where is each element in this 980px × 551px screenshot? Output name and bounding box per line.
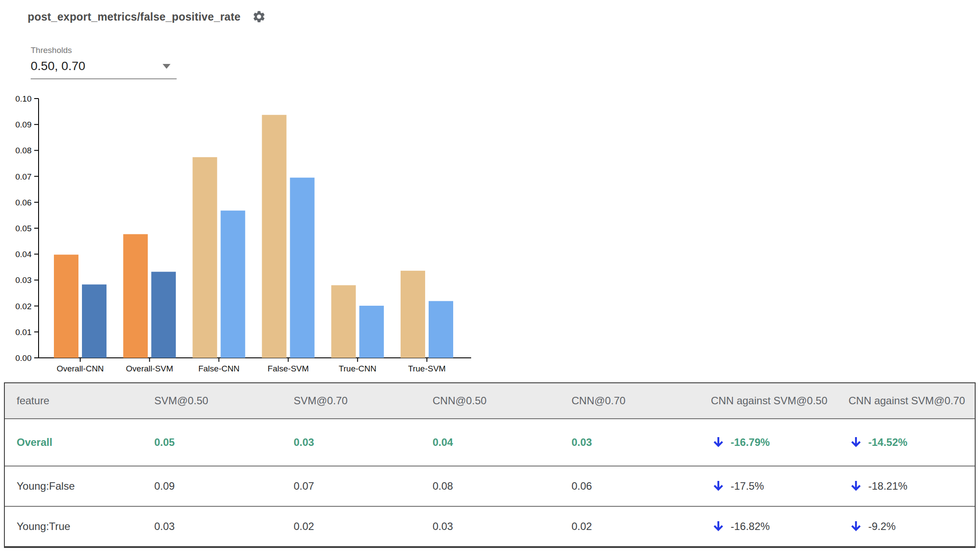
bar-chart: 0.000.010.020.030.040.050.060.070.080.09…: [0, 66, 491, 381]
settings-gear-icon[interactable]: [252, 10, 266, 24]
cnn-0.50-cell: 0.08: [433, 480, 572, 492]
y-axis-label: 0.01: [15, 328, 32, 337]
bar-False-SVM-threshold@0.70[interactable]: [290, 178, 315, 358]
bar-Overall-SVM-threshold@0.50[interactable]: [123, 234, 148, 358]
cnn-against-svm-0.50-cell: -17.5%: [711, 479, 849, 494]
trend-value: -18.21%: [868, 480, 907, 492]
trend-value: -17.5%: [731, 480, 764, 492]
column-header-cnn-against-svm-0-50: CNN against SVM@0.50: [711, 395, 849, 407]
cnn-0.50-cell: 0.04: [433, 436, 572, 449]
column-header-svm-0-70: SVM@0.70: [294, 395, 433, 407]
panel-header: post_export_metrics/false_positive_rate: [28, 10, 266, 24]
table-row-overall[interactable]: Overall0.050.030.040.03-16.79%-14.52%: [5, 418, 975, 466]
bar-True-CNN-threshold@0.70[interactable]: [359, 306, 384, 358]
metric-title: post_export_metrics/false_positive_rate: [28, 11, 241, 23]
thresholds-label: Thresholds: [31, 46, 177, 55]
svm-0.70-cell: 0.07: [294, 480, 433, 492]
table-body: Overall0.050.030.040.03-16.79%-14.52%You…: [5, 418, 975, 546]
bar-True-SVM-threshold@0.50[interactable]: [401, 271, 425, 358]
column-header-cnn-0-70: CNN@0.70: [572, 395, 711, 407]
cnn-0.70-cell: 0.06: [572, 480, 711, 492]
bar-True-CNN-threshold@0.50[interactable]: [331, 285, 356, 358]
y-axis-label: 0.02: [15, 302, 32, 311]
arrow-down-icon: [711, 479, 726, 494]
bar-Overall-CNN-threshold@0.50[interactable]: [54, 254, 78, 358]
y-axis-label: 0.05: [15, 224, 32, 233]
table-row-young-true[interactable]: Young:True0.030.020.030.02-16.82%-9.2%: [5, 506, 975, 546]
fairness-metrics-panel: post_export_metrics/false_positive_rate …: [0, 0, 980, 551]
bar-Overall-CNN-threshold@0.70[interactable]: [82, 284, 107, 358]
arrow-down-icon: [711, 519, 726, 534]
svm-0.50-cell: 0.03: [154, 520, 294, 533]
x-axis-label: False-CNN: [198, 364, 239, 373]
svm-0.50-cell: 0.05: [154, 436, 294, 449]
bar-Overall-SVM-threshold@0.70[interactable]: [151, 272, 176, 358]
trend-value: -16.82%: [731, 520, 770, 533]
cnn-against-svm-0.50-cell: -16.79%: [711, 435, 849, 450]
bar-False-CNN-threshold@0.70[interactable]: [220, 211, 245, 358]
table-header-row: featureSVM@0.50SVM@0.70CNN@0.50CNN@0.70C…: [5, 383, 975, 418]
arrow-down-icon: [849, 479, 863, 494]
column-header-feature: feature: [5, 395, 154, 407]
column-header-cnn-0-50: CNN@0.50: [433, 395, 572, 407]
feature-cell: Young:True: [5, 520, 154, 533]
y-axis-label: 0.03: [15, 276, 32, 285]
y-axis-label: 0.06: [15, 198, 32, 207]
y-axis-label: 0.07: [15, 172, 32, 181]
svm-0.50-cell: 0.09: [154, 480, 294, 492]
y-axis-label: 0.00: [15, 353, 32, 363]
trend-value: -16.79%: [731, 436, 770, 449]
arrow-down-icon: [849, 435, 863, 450]
y-axis-label: 0.09: [15, 120, 32, 129]
arrow-down-icon: [711, 435, 726, 450]
cnn-against-svm-0.70-cell: -18.21%: [849, 479, 975, 494]
bar-False-SVM-threshold@0.50[interactable]: [262, 115, 287, 358]
cnn-against-svm-0.50-cell: -16.82%: [711, 519, 849, 534]
table-row-young-false[interactable]: Young:False0.090.070.080.06-17.5%-18.21%: [5, 466, 975, 506]
bar-False-CNN-threshold@0.50[interactable]: [192, 157, 217, 358]
x-axis-label: Overall-CNN: [57, 364, 104, 373]
metrics-table: featureSVM@0.50SVM@0.70CNN@0.50CNN@0.70C…: [4, 382, 976, 548]
svm-0.70-cell: 0.02: [294, 520, 433, 533]
x-axis-label: True-CNN: [339, 364, 376, 373]
bar-True-SVM-threshold@0.70[interactable]: [429, 301, 453, 358]
cnn-against-svm-0.70-cell: -14.52%: [849, 435, 975, 450]
feature-cell: Overall: [5, 436, 154, 449]
x-axis-label: False-SVM: [268, 364, 309, 373]
y-axis-label: 0.08: [15, 146, 32, 155]
trend-value: -14.52%: [868, 436, 907, 449]
cnn-0.50-cell: 0.03: [433, 520, 572, 533]
column-header-cnn-against-svm-0-70: CNN against SVM@0.70: [849, 395, 975, 407]
svm-0.70-cell: 0.03: [294, 436, 433, 449]
y-axis-label: 0.04: [15, 250, 32, 259]
x-axis-label: True-SVM: [408, 364, 446, 373]
arrow-down-icon: [849, 519, 863, 534]
x-axis-label: Overall-SVM: [126, 364, 173, 373]
cnn-0.70-cell: 0.03: [572, 436, 711, 449]
feature-cell: Young:False: [5, 480, 154, 492]
trend-value: -9.2%: [868, 520, 896, 533]
column-header-svm-0-50: SVM@0.50: [154, 395, 294, 407]
cnn-0.70-cell: 0.02: [572, 520, 711, 533]
cnn-against-svm-0.70-cell: -9.2%: [849, 519, 975, 534]
y-axis-label: 0.10: [15, 94, 32, 103]
